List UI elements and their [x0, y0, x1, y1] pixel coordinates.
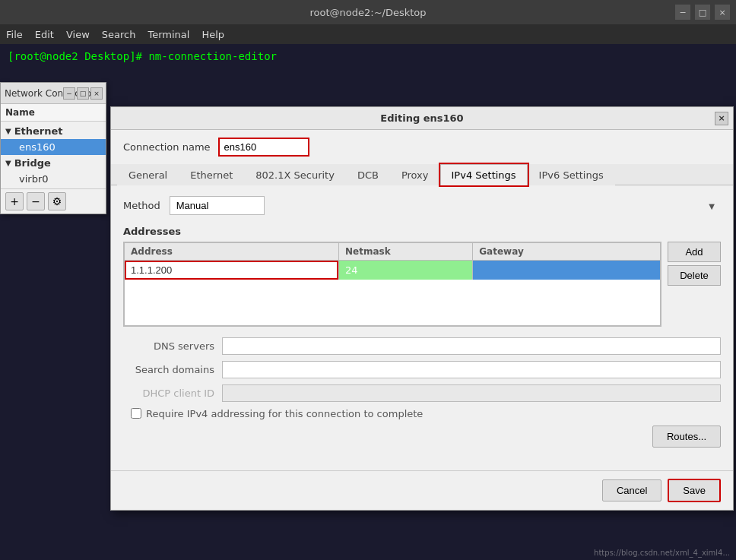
ipv4-require-checkbox[interactable]	[131, 408, 141, 419]
method-select[interactable]: Manual Automatic (DHCP) Disabled	[170, 196, 265, 215]
empty-row	[125, 280, 661, 325]
tab-ipv6[interactable]: IPv6 Settings	[528, 164, 615, 185]
tree-item-ens160[interactable]: ens160	[1, 139, 106, 155]
netconn-maximize-btn[interactable]: □	[77, 87, 89, 100]
editing-titlebar: Editing ens160 ×	[111, 107, 733, 130]
routes-btn[interactable]: Routes...	[652, 426, 721, 448]
tab-general[interactable]: General	[117, 164, 179, 185]
terminal-maximize-btn[interactable]: □	[695, 5, 710, 20]
col-address: Address	[125, 243, 339, 261]
group-ethernet-label: Ethernet	[14, 125, 63, 137]
method-label: Method	[123, 200, 160, 211]
tab-ethernet[interactable]: Ethernet	[179, 164, 244, 185]
editing-close-btn[interactable]: ×	[715, 112, 728, 125]
menu-help[interactable]: Help	[201, 29, 224, 40]
tree-item-virbr0[interactable]: virbr0	[1, 171, 106, 187]
terminal-content: [root@node2 Desktop]# nm-connection-edit…	[0, 44, 736, 68]
editing-dialog: Editing ens160 × Connection name General…	[110, 106, 734, 511]
tabs-bar: General Ethernet 802.1X Security DCB Pro…	[111, 164, 733, 185]
conn-name-label: Connection name	[123, 141, 211, 153]
netmask-cell[interactable]: 24	[339, 261, 473, 280]
network-connections-window: Network Connections − □ × Name ▼ Etherne…	[0, 82, 106, 214]
ipv4-require-label: Require IPv4 addressing for this connect…	[146, 408, 423, 419]
table-row[interactable]: 24	[125, 261, 661, 280]
remove-connection-btn[interactable]: −	[27, 192, 45, 210]
address-input[interactable]	[125, 261, 338, 280]
netconn-close-btn[interactable]: ×	[90, 87, 103, 100]
group-bridge-label: Bridge	[14, 157, 51, 169]
dns-input[interactable]	[222, 337, 721, 355]
cancel-btn[interactable]: Cancel	[602, 479, 661, 501]
col-netmask: Netmask	[339, 243, 473, 261]
dns-row: DNS servers	[123, 337, 721, 355]
menu-view[interactable]: View	[66, 29, 90, 40]
terminal-title: root@node2:~/Desktop	[309, 7, 426, 18]
group-bridge: ▼ Bridge	[1, 155, 106, 171]
settings-btn[interactable]: ⚙	[48, 192, 66, 210]
add-connection-btn[interactable]: +	[5, 192, 24, 210]
dhcp-input[interactable]	[222, 384, 721, 402]
search-domains-row: Search domains	[123, 361, 721, 378]
connection-name-row: Connection name	[111, 130, 733, 164]
addr-buttons: Add Delete	[668, 242, 721, 286]
netconn-minimize-btn[interactable]: −	[63, 87, 75, 100]
col-gateway: Gateway	[473, 243, 661, 261]
menu-search[interactable]: Search	[102, 29, 136, 40]
terminal-titlebar: root@node2:~/Desktop − □ ×	[0, 0, 736, 24]
dialog-footer: Cancel Save	[111, 470, 733, 510]
addresses-table: Address Netmask Gateway 24	[124, 242, 661, 326]
terminal-minimize-btn[interactable]: −	[675, 5, 690, 20]
routes-row: Routes...	[123, 426, 721, 454]
dhcp-row: DHCP client ID	[123, 384, 721, 402]
search-domains-input[interactable]	[222, 361, 721, 378]
terminal-window-controls: − □ ×	[675, 5, 730, 20]
terminal-prompt: [root@node2 Desktop]# nm-connection-edit…	[8, 50, 277, 62]
dns-label: DNS servers	[123, 340, 214, 352]
tab-dcb[interactable]: DCB	[346, 164, 390, 185]
terminal-close-btn[interactable]: ×	[715, 5, 730, 20]
footer-right: Cancel Save	[602, 479, 721, 502]
bridge-expand-icon: ▼	[5, 159, 11, 167]
tab-8021x[interactable]: 802.1X Security	[244, 164, 346, 185]
ethernet-expand-icon: ▼	[5, 127, 11, 135]
address-cell[interactable]	[125, 261, 339, 280]
method-select-wrapper: Manual Automatic (DHCP) Disabled	[170, 196, 721, 215]
menu-file[interactable]: File	[6, 29, 23, 40]
dialog-content: Method Manual Automatic (DHCP) Disabled …	[111, 185, 733, 470]
menu-terminal[interactable]: Terminal	[148, 29, 189, 40]
netconn-name-col: Name	[1, 104, 106, 122]
add-addr-btn[interactable]: Add	[668, 242, 721, 262]
checkbox-row: Require IPv4 addressing for this connect…	[123, 408, 721, 419]
terminal-menubar: File Edit View Search Terminal Help	[0, 24, 736, 44]
addresses-title: Addresses	[123, 226, 721, 237]
netconn-tree: ▼ Ethernet ens160 ▼ Bridge virbr0	[1, 122, 106, 188]
gateway-cell[interactable]	[473, 261, 661, 280]
search-domains-label: Search domains	[123, 364, 214, 375]
method-row: Method Manual Automatic (DHCP) Disabled	[123, 196, 721, 215]
tab-ipv4[interactable]: IPv4 Settings	[440, 164, 528, 185]
netconn-toolbar: + − ⚙	[1, 188, 106, 214]
delete-addr-btn[interactable]: Delete	[668, 265, 721, 286]
tab-proxy[interactable]: Proxy	[390, 164, 440, 185]
group-ethernet: ▼ Ethernet	[1, 123, 106, 139]
netconn-controls: − □ ×	[63, 87, 103, 100]
conn-name-input[interactable]	[218, 138, 309, 157]
addr-table-wrapper: Address Netmask Gateway 24	[123, 242, 721, 327]
watermark: https://blog.csdn.net/xml_4_ximl4...	[594, 549, 730, 557]
save-btn[interactable]: Save	[668, 479, 721, 502]
dhcp-label: DHCP client ID	[123, 388, 214, 399]
menu-edit[interactable]: Edit	[35, 29, 54, 40]
netconn-titlebar: Network Connections − □ ×	[1, 83, 106, 104]
addr-table-container: Address Netmask Gateway 24	[123, 242, 661, 327]
editing-title: Editing ens160	[380, 112, 463, 124]
addresses-section: Addresses Address Netmask Gateway	[123, 226, 721, 327]
